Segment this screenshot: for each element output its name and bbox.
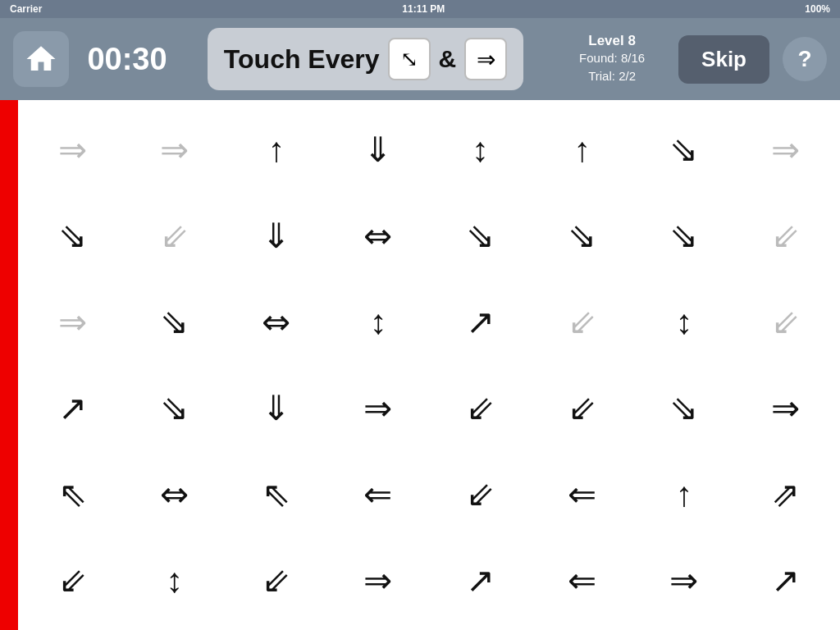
grid-cell-31[interactable]: ⇒: [735, 365, 837, 451]
grid-cell-27[interactable]: ⇒: [327, 365, 429, 451]
grid-cell-43[interactable]: ⇒: [327, 537, 429, 623]
grid-cell-36[interactable]: ⇙: [429, 451, 531, 537]
grid-cell-30[interactable]: ⇘: [633, 365, 735, 451]
task-box: Touch Every ⤡ & ⇒: [208, 28, 523, 90]
grid-cell-15[interactable]: ⇙: [735, 193, 837, 279]
battery-label: 100%: [805, 3, 830, 15]
grid-cell-10[interactable]: ⇓: [226, 193, 327, 279]
grid-cell-1[interactable]: ⇒: [123, 107, 225, 193]
found-label: Found: 8/16: [579, 49, 645, 68]
grid-cell-14[interactable]: ⇘: [633, 193, 735, 279]
grid-cell-37[interactable]: ⇐: [531, 451, 632, 537]
trial-label: Trial: 2/2: [588, 67, 636, 86]
grid-cell-21[interactable]: ⇙: [531, 279, 632, 365]
home-icon: [24, 42, 58, 76]
home-button[interactable]: [13, 31, 69, 87]
level-title: Level 8: [588, 33, 636, 49]
grid-cell-22[interactable]: ↕: [633, 279, 735, 365]
grid-cell-20[interactable]: ↗: [429, 279, 531, 365]
grid-cell-25[interactable]: ⇘: [123, 365, 225, 451]
grid-cell-0[interactable]: ⇒: [21, 107, 123, 193]
task-icon2-box[interactable]: ⇒: [464, 38, 507, 80]
grid-cell-23[interactable]: ⇙: [735, 279, 837, 365]
game-area: ⇒⇒↑⇓↕↑⇘⇒⇘⇙⇓⇔⇘⇘⇘⇙⇒⇘⇔↕↗⇙↕⇙↗⇘⇓⇒⇙⇙⇘⇒⇖⇔⇖⇐⇙⇐↑⇗…: [0, 100, 840, 630]
grid-cell-39[interactable]: ⇗: [735, 451, 837, 537]
grid-cell-19[interactable]: ↕: [327, 279, 429, 365]
arrow-grid: ⇒⇒↑⇓↕↑⇘⇒⇘⇙⇓⇔⇘⇘⇘⇙⇒⇘⇔↕↗⇙↕⇙↗⇘⇓⇒⇙⇙⇘⇒⇖⇔⇖⇐⇙⇐↑⇗…: [18, 100, 840, 630]
grid-cell-16[interactable]: ⇒: [21, 279, 123, 365]
grid-cell-41[interactable]: ↕: [123, 537, 225, 623]
grid-cell-33[interactable]: ⇔: [123, 451, 225, 537]
grid-cell-26[interactable]: ⇓: [226, 365, 327, 451]
task-label: Touch Every: [224, 44, 380, 75]
grid-cell-47[interactable]: ↗: [735, 537, 837, 623]
grid-cell-40[interactable]: ⇙: [21, 537, 123, 623]
grid-cell-32[interactable]: ⇖: [21, 451, 123, 537]
ampersand-label: &: [439, 45, 457, 73]
grid-cell-5[interactable]: ↑: [531, 107, 632, 193]
task-icon2: ⇒: [477, 46, 495, 73]
grid-cell-17[interactable]: ⇘: [123, 279, 225, 365]
task-area: Touch Every ⤡ & ⇒: [185, 28, 546, 90]
grid-cell-34[interactable]: ⇖: [226, 451, 327, 537]
grid-cell-11[interactable]: ⇔: [327, 193, 429, 279]
toolbar: 00:30 Touch Every ⤡ & ⇒ Level 8 Found: 8…: [0, 18, 840, 100]
grid-cell-18[interactable]: ⇔: [226, 279, 327, 365]
grid-cell-4[interactable]: ↕: [429, 107, 531, 193]
help-button[interactable]: ?: [783, 37, 827, 81]
grid-cell-8[interactable]: ⇘: [21, 193, 123, 279]
grid-cell-3[interactable]: ⇓: [327, 107, 429, 193]
carrier-label: Carrier: [10, 3, 42, 15]
grid-cell-46[interactable]: ⇒: [633, 537, 735, 623]
timer-display: 00:30: [82, 42, 172, 77]
grid-cell-29[interactable]: ⇙: [531, 365, 632, 451]
grid-cell-44[interactable]: ↗: [429, 537, 531, 623]
grid-cell-7[interactable]: ⇒: [735, 107, 837, 193]
grid-cell-35[interactable]: ⇐: [327, 451, 429, 537]
task-icon1: ⤡: [400, 47, 418, 72]
grid-cell-28[interactable]: ⇙: [429, 365, 531, 451]
task-icon1-box[interactable]: ⤡: [388, 38, 431, 80]
grid-cell-9[interactable]: ⇙: [123, 193, 225, 279]
grid-cell-38[interactable]: ↑: [633, 451, 735, 537]
grid-cell-6[interactable]: ⇘: [633, 107, 735, 193]
grid-cell-13[interactable]: ⇘: [531, 193, 632, 279]
status-bar: Carrier 11:11 PM 100%: [0, 0, 840, 18]
time-label: 11:11 PM: [402, 3, 445, 15]
progress-bar: [0, 100, 18, 630]
grid-cell-45[interactable]: ⇐: [531, 537, 632, 623]
grid-cell-24[interactable]: ↗: [21, 365, 123, 451]
level-info: Level 8 Found: 8/16 Trial: 2/2: [559, 33, 665, 86]
skip-button[interactable]: Skip: [678, 35, 769, 84]
grid-cell-2[interactable]: ↑: [226, 107, 327, 193]
grid-cell-12[interactable]: ⇘: [429, 193, 531, 279]
grid-cell-42[interactable]: ⇙: [226, 537, 327, 623]
